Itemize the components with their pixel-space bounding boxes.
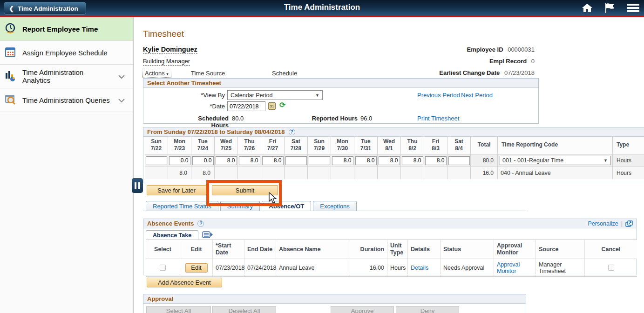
hours-input[interactable] bbox=[332, 156, 353, 165]
hours-value-cell bbox=[261, 167, 285, 179]
chevron-down-icon bbox=[118, 73, 125, 80]
approval-section: Approval Select All Deselect All Approve… bbox=[143, 294, 526, 313]
select-checkbox[interactable] bbox=[160, 265, 166, 271]
print-timesheet-link[interactable]: Print Timesheet bbox=[417, 115, 459, 122]
hours-input-cell bbox=[145, 154, 168, 166]
hours-input[interactable] bbox=[425, 156, 447, 165]
view-by-value: Calendar Period bbox=[230, 92, 272, 99]
employee-job-link[interactable]: Building Manager bbox=[143, 58, 190, 66]
col-header-status: Status bbox=[441, 240, 494, 259]
absence-events-title: Absence Events bbox=[147, 220, 194, 227]
personalize-link[interactable]: Personalize bbox=[588, 220, 618, 227]
timesheet-tabs: Reported Time Status Summary Absence/OT … bbox=[146, 201, 357, 211]
refresh-icon[interactable]: ⟳ bbox=[279, 100, 285, 109]
tabs-underline bbox=[143, 211, 526, 211]
hours-input[interactable] bbox=[285, 156, 307, 165]
hours-input[interactable] bbox=[402, 156, 423, 165]
time-administration-page: ❮ Time Administration Time Administratio… bbox=[0, 0, 644, 313]
hours-input[interactable] bbox=[262, 156, 284, 165]
tab-exceptions[interactable]: Exceptions bbox=[313, 201, 357, 211]
add-absence-event-button[interactable]: Add Absence Event bbox=[147, 278, 222, 287]
chevron-down-icon bbox=[118, 96, 125, 104]
col-header-edit: Edit bbox=[180, 240, 213, 259]
hours-value-cell: 8.0 bbox=[168, 167, 191, 179]
submit-button[interactable]: Submit bbox=[212, 185, 278, 195]
top-navigation-bar: ❮ Time Administration Time Administratio… bbox=[0, 0, 644, 15]
sidebar-collapse-handle[interactable] bbox=[132, 178, 143, 193]
date-label: *Date bbox=[171, 103, 225, 110]
hours-input[interactable] bbox=[379, 156, 400, 165]
cancel-checkbox[interactable] bbox=[608, 265, 614, 271]
sidebar-item-label: Time Administration Queries bbox=[22, 96, 112, 104]
empl-record-label: Empl Record bbox=[489, 58, 527, 65]
next-period-link[interactable]: Next Period bbox=[461, 92, 493, 99]
tab-absence-ot[interactable]: Absence/OT bbox=[262, 201, 311, 211]
day-column-header: Sun7/29 bbox=[308, 137, 331, 154]
hours-input[interactable] bbox=[239, 156, 260, 165]
approval-monitor-link[interactable]: Approval Monitor bbox=[497, 261, 533, 274]
previous-period-link[interactable]: Previous Period bbox=[417, 92, 460, 99]
sidebar-item-time-administration-analytics[interactable]: Time Administration Analytics bbox=[0, 65, 133, 88]
tab-summary[interactable]: Summary bbox=[220, 201, 260, 211]
hamburger-menu-icon[interactable] bbox=[627, 3, 639, 13]
sidebar-item-assign-employee-schedule[interactable]: Assign Employee Schedule bbox=[0, 41, 133, 65]
hours-input[interactable] bbox=[309, 156, 330, 165]
sidebar-item-report-employee-time[interactable]: Report Employee Time bbox=[0, 17, 133, 41]
details-link[interactable]: Details bbox=[411, 265, 428, 271]
clock-icon bbox=[5, 23, 16, 35]
absence-events-table: Select Edit *Start Date End Date Absence… bbox=[146, 240, 637, 277]
hours-input[interactable] bbox=[448, 156, 470, 165]
day-column-header: Mon7/23 bbox=[168, 137, 191, 154]
source-value: Manager Timesheet bbox=[536, 259, 585, 276]
deselect-all-button[interactable]: Deselect All bbox=[212, 306, 276, 313]
earliest-change-row: Earliest Change Date 07/23/2018 bbox=[395, 69, 535, 76]
hours-input-cell bbox=[261, 154, 285, 166]
employee-id-label: Employee ID bbox=[467, 46, 503, 53]
employee-name-link[interactable]: Kylie Dominguez bbox=[143, 46, 197, 54]
select-another-timesheet-section: Select Another Timesheet *View By Calend… bbox=[143, 78, 539, 124]
calendar-picker-icon[interactable]: 31 bbox=[268, 102, 276, 110]
day-column-header: Sat8/4 bbox=[447, 137, 471, 154]
popup-window-icon[interactable] bbox=[625, 220, 633, 227]
help-icon[interactable]: ? bbox=[289, 129, 295, 135]
col-header-start-date: *Start Date bbox=[213, 240, 244, 259]
view-by-select[interactable]: Calendar Period ▼ bbox=[227, 90, 323, 100]
hours-input-cell bbox=[401, 154, 424, 166]
tab-reported-time-status[interactable]: Reported Time Status bbox=[146, 201, 218, 211]
type-column-header: Type bbox=[613, 137, 644, 154]
hours-input[interactable] bbox=[355, 156, 377, 165]
day-column-header: Sat7/28 bbox=[285, 137, 308, 154]
left-navigation-sidebar: Report Employee Time Assign Employee Sch… bbox=[0, 17, 134, 313]
hours-value-cell bbox=[308, 167, 331, 179]
show-all-columns-icon[interactable] bbox=[202, 231, 213, 238]
select-all-button[interactable]: Select All bbox=[146, 306, 211, 313]
reported-hours-value: 96.0 bbox=[360, 115, 372, 122]
absence-take-tab[interactable]: Absence Take bbox=[146, 230, 198, 240]
actions-dropdown[interactable]: Actions ▾ bbox=[142, 69, 171, 78]
duration-value: 16.00 bbox=[350, 259, 387, 276]
empl-record-value: 0 bbox=[531, 58, 535, 65]
deny-button[interactable]: Deny bbox=[396, 306, 459, 313]
save-for-later-button[interactable]: Save for Later bbox=[147, 185, 206, 195]
date-input[interactable] bbox=[227, 101, 265, 111]
hours-input[interactable] bbox=[146, 156, 167, 165]
day-column-header: Tue7/31 bbox=[354, 137, 378, 154]
approve-button[interactable]: Approve bbox=[331, 306, 394, 313]
home-icon[interactable] bbox=[582, 3, 593, 13]
page-title: Timesheet bbox=[143, 29, 184, 39]
trc-select[interactable]: 001 - 001-Regular Time ▼ bbox=[500, 156, 610, 165]
hours-input[interactable] bbox=[192, 156, 214, 165]
hours-input[interactable] bbox=[216, 156, 237, 165]
timesheet-grid-section: From Sunday 07/22/2018 to Saturday 08/04… bbox=[143, 127, 644, 183]
flag-icon[interactable] bbox=[604, 3, 616, 13]
hours-input[interactable] bbox=[169, 156, 190, 165]
sidebar-item-label: Time Administration Analytics bbox=[22, 68, 112, 84]
sidebar-item-time-administration-queries[interactable]: Time Administration Queries bbox=[0, 88, 133, 112]
type-cell: Hours bbox=[613, 154, 644, 166]
start-date-value: 07/23/2018 bbox=[213, 259, 244, 276]
day-column-header: Thu7/26 bbox=[238, 137, 261, 154]
earliest-change-label: Earliest Change Date bbox=[439, 69, 500, 76]
sidebar-item-label: Assign Employee Schedule bbox=[22, 49, 129, 57]
edit-button[interactable]: Edit bbox=[185, 263, 208, 273]
help-icon[interactable]: ? bbox=[197, 220, 204, 227]
